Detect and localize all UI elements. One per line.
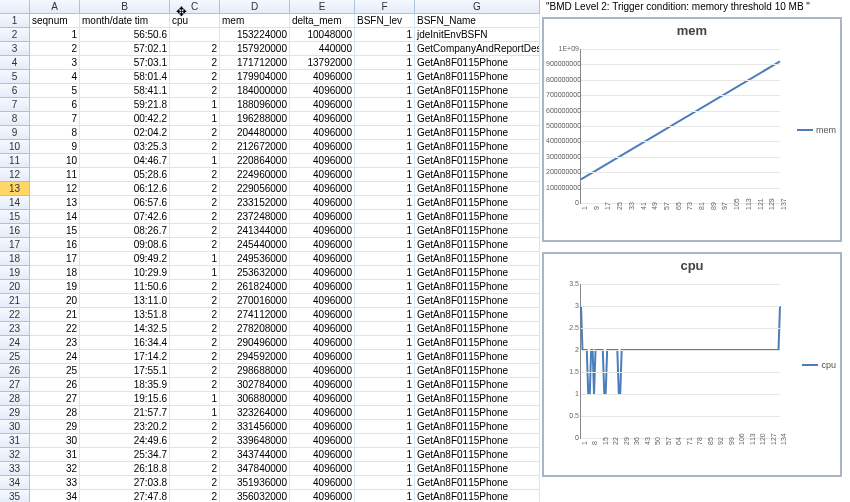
row-header[interactable]: 11 <box>0 154 30 168</box>
data-cell[interactable]: 16:34.4 <box>80 336 170 350</box>
data-cell[interactable]: 23 <box>30 336 80 350</box>
data-cell[interactable]: GetCompanyAndReportDesc <box>415 42 540 56</box>
data-cell[interactable]: 26 <box>30 378 80 392</box>
data-cell[interactable]: GetAn8F0115Phone <box>415 322 540 336</box>
data-cell[interactable]: 4096000 <box>290 392 355 406</box>
data-cell[interactable]: 212672000 <box>220 140 290 154</box>
data-cell[interactable]: 32 <box>30 462 80 476</box>
row-header[interactable]: 3 <box>0 42 30 56</box>
data-cell[interactable]: 2 <box>170 70 220 84</box>
data-cell[interactable]: 08:26.7 <box>80 224 170 238</box>
data-cell[interactable]: 290496000 <box>220 336 290 350</box>
row-header[interactable]: 28 <box>0 392 30 406</box>
data-cell[interactable]: GetAn8F0115Phone <box>415 182 540 196</box>
data-cell[interactable]: 1 <box>170 98 220 112</box>
data-cell[interactable]: GetAn8F0115Phone <box>415 308 540 322</box>
data-cell[interactable]: 1 <box>170 392 220 406</box>
column-header[interactable]: G <box>415 0 540 14</box>
data-cell[interactable]: 25 <box>30 364 80 378</box>
data-cell[interactable]: 6 <box>30 98 80 112</box>
row-header[interactable]: 34 <box>0 476 30 490</box>
row-header[interactable]: 17 <box>0 238 30 252</box>
row-header[interactable]: 5 <box>0 70 30 84</box>
data-cell[interactable]: 343744000 <box>220 448 290 462</box>
data-cell[interactable]: 157920000 <box>220 42 290 56</box>
data-cell[interactable]: 20 <box>30 294 80 308</box>
row-header[interactable]: 29 <box>0 406 30 420</box>
data-cell[interactable]: 4096000 <box>290 112 355 126</box>
data-cell[interactable]: 1 <box>355 490 415 502</box>
row-header[interactable]: 14 <box>0 196 30 210</box>
data-cell[interactable]: 1 <box>355 224 415 238</box>
header-cell[interactable]: cpu <box>170 14 220 28</box>
data-cell[interactable]: 270016000 <box>220 294 290 308</box>
data-cell[interactable]: GetAn8F0115Phone <box>415 98 540 112</box>
data-cell[interactable]: 2 <box>170 42 220 56</box>
data-cell[interactable]: GetAn8F0115Phone <box>415 378 540 392</box>
data-cell[interactable]: 245440000 <box>220 238 290 252</box>
column-header[interactable]: E <box>290 0 355 14</box>
data-cell[interactable]: 19 <box>30 280 80 294</box>
data-cell[interactable]: GetAn8F0115Phone <box>415 238 540 252</box>
data-cell[interactable]: 4096000 <box>290 308 355 322</box>
data-cell[interactable]: 4096000 <box>290 462 355 476</box>
data-cell[interactable]: GetAn8F0115Phone <box>415 154 540 168</box>
data-cell[interactable]: 57:03.1 <box>80 56 170 70</box>
data-cell[interactable]: 1 <box>355 420 415 434</box>
data-cell[interactable]: 440000 <box>290 42 355 56</box>
data-cell[interactable]: 17 <box>30 252 80 266</box>
data-cell[interactable]: 1 <box>355 476 415 490</box>
data-cell[interactable]: 14 <box>30 210 80 224</box>
data-cell[interactable]: 00:42.2 <box>80 112 170 126</box>
row-header[interactable]: 6 <box>0 84 30 98</box>
header-cell[interactable]: BSFN_Name <box>415 14 540 28</box>
data-cell[interactable]: 188096000 <box>220 98 290 112</box>
data-cell[interactable]: 4096000 <box>290 238 355 252</box>
data-cell[interactable]: 1 <box>355 112 415 126</box>
data-cell[interactable]: 29 <box>30 420 80 434</box>
data-cell[interactable]: 274112000 <box>220 308 290 322</box>
data-cell[interactable]: 4096000 <box>290 98 355 112</box>
data-cell[interactable]: 1 <box>355 434 415 448</box>
data-cell[interactable]: 4096000 <box>290 434 355 448</box>
row-header[interactable]: 8 <box>0 112 30 126</box>
data-cell[interactable]: 1 <box>355 378 415 392</box>
data-cell[interactable]: 02:04.2 <box>80 126 170 140</box>
data-cell[interactable]: 9 <box>30 140 80 154</box>
data-cell[interactable]: 2 <box>170 140 220 154</box>
data-cell[interactable]: 1 <box>355 406 415 420</box>
data-cell[interactable]: 4 <box>30 70 80 84</box>
data-cell[interactable]: 351936000 <box>220 476 290 490</box>
data-cell[interactable]: 05:28.6 <box>80 168 170 182</box>
data-cell[interactable]: 1 <box>355 196 415 210</box>
row-header[interactable]: 33 <box>0 462 30 476</box>
data-cell[interactable]: 2 <box>170 378 220 392</box>
data-cell[interactable]: 4096000 <box>290 224 355 238</box>
data-cell[interactable]: 1 <box>355 462 415 476</box>
data-cell[interactable]: 4096000 <box>290 490 355 502</box>
data-cell[interactable]: 1 <box>355 84 415 98</box>
data-cell[interactable]: 1 <box>355 448 415 462</box>
header-cell[interactable]: seqnum <box>30 14 80 28</box>
data-cell[interactable]: 302784000 <box>220 378 290 392</box>
data-cell[interactable]: 2 <box>170 448 220 462</box>
data-cell[interactable]: 4096000 <box>290 140 355 154</box>
data-cell[interactable]: 07:42.6 <box>80 210 170 224</box>
data-cell[interactable]: 1 <box>170 266 220 280</box>
data-cell[interactable]: 2 <box>170 56 220 70</box>
data-cell[interactable]: 4096000 <box>290 336 355 350</box>
data-cell[interactable]: 2 <box>170 308 220 322</box>
data-cell[interactable]: 26:18.8 <box>80 462 170 476</box>
data-cell[interactable]: 2 <box>170 420 220 434</box>
data-cell[interactable]: GetAn8F0115Phone <box>415 434 540 448</box>
data-cell[interactable]: 1 <box>355 350 415 364</box>
data-cell[interactable]: 4096000 <box>290 350 355 364</box>
data-cell[interactable]: 1 <box>355 70 415 84</box>
row-header[interactable]: 20 <box>0 280 30 294</box>
data-cell[interactable]: 1 <box>355 210 415 224</box>
data-cell[interactable]: 4096000 <box>290 448 355 462</box>
data-cell[interactable]: GetAn8F0115Phone <box>415 266 540 280</box>
data-cell[interactable]: 11 <box>30 168 80 182</box>
data-cell[interactable]: GetAn8F0115Phone <box>415 462 540 476</box>
data-cell[interactable]: GetAn8F0115Phone <box>415 112 540 126</box>
